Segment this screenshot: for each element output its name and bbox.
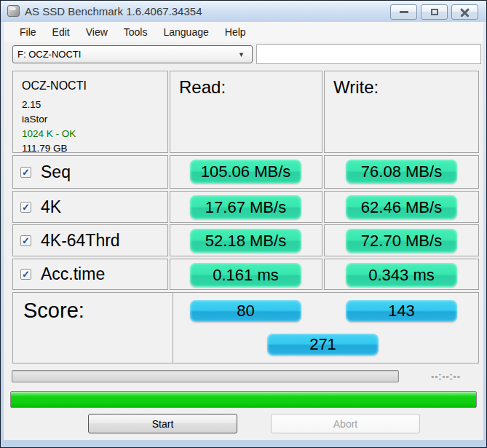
drive-selector-dropdown[interactable]: F: OCZ-NOCTI ▼ [12, 45, 253, 63]
abort-button[interactable]: Abort [271, 414, 420, 433]
4k-label: 4K [41, 197, 61, 217]
4k64-checkbox[interactable]: ✓ [20, 235, 31, 246]
title-bar[interactable]: AS SSD Benchmark 1.6.4067.34354 [1, 1, 486, 22]
menu-edit[interactable]: Edit [44, 23, 78, 42]
score-divider [173, 293, 173, 363]
comment-input[interactable] [256, 44, 481, 64]
maximize-button[interactable] [421, 4, 448, 20]
client-area: File Edit View Tools Language Help F: OC… [4, 22, 483, 440]
drive-model: OCZ-NOCTI [22, 79, 167, 93]
acctime-checkbox[interactable]: ✓ [20, 269, 31, 280]
test-row-4k64: ✓ 4K-64Thrd [12, 224, 168, 256]
close-icon [460, 7, 470, 17]
drive-capacity: 111.79 GB [22, 141, 167, 156]
score-read-value: 80 [190, 300, 301, 322]
drive-firmware: 2.15 [22, 98, 167, 112]
app-drive-icon [7, 5, 20, 17]
chevron-down-icon: ▼ [238, 51, 252, 58]
minimize-icon [400, 11, 408, 13]
drive-selector-value: F: OCZ-NOCTI [13, 49, 238, 60]
acctime-write-value: 0.343 ms [346, 263, 457, 287]
seq-read-value: 105.06 MB/s [190, 160, 301, 184]
start-button[interactable]: Start [88, 414, 237, 433]
close-button[interactable] [451, 4, 478, 20]
4k64-read-value: 52.18 MB/s [190, 229, 301, 253]
menu-bar: File Edit View Tools Language Help [4, 22, 483, 42]
maximize-icon [431, 9, 438, 15]
menu-language[interactable]: Language [155, 23, 216, 42]
read-header-cell: Read: [170, 71, 322, 153]
4k-write-value: 62.46 MB/s [346, 195, 457, 219]
seq-write-value: 76.08 MB/s [346, 160, 457, 184]
test-row-seq: ✓ Seq [12, 155, 168, 189]
drive-info-panel: OCZ-NOCTI 2.15 iaStor 1024 K - OK 111.79… [12, 71, 168, 153]
test-row-4k: ✓ 4K [12, 191, 168, 223]
read-header: Read: [170, 71, 322, 98]
score-write-value: 143 [346, 300, 457, 322]
4k-checkbox[interactable]: ✓ [20, 202, 31, 213]
seq-label: Seq [41, 162, 71, 182]
seq-checkbox[interactable]: ✓ [20, 167, 31, 178]
acctime-read-value: 0.161 ms [190, 263, 301, 287]
drive-alignment-status: 1024 K - OK [22, 127, 167, 141]
menu-view[interactable]: View [78, 23, 116, 42]
write-header: Write: [325, 71, 478, 98]
write-header-cell: Write: [324, 71, 479, 153]
menu-help[interactable]: Help [217, 23, 254, 42]
4k64-write-value: 72.70 MB/s [346, 229, 457, 253]
window-title: AS SSD Benchmark 1.6.4067.34354 [25, 5, 202, 17]
menu-tools[interactable]: Tools [116, 23, 156, 42]
acctime-label: Acc.time [41, 264, 105, 284]
score-total-value: 271 [267, 334, 379, 355]
4k64-label: 4K-64Thrd [41, 231, 120, 251]
test-row-acctime: ✓ Acc.time [12, 259, 168, 290]
minimize-button[interactable] [390, 4, 417, 20]
overall-progress-bar [10, 391, 477, 408]
menu-file[interactable]: File [12, 23, 44, 42]
drive-driver: iaStor [22, 112, 167, 127]
app-window: AS SSD Benchmark 1.6.4067.34354 File Edi… [0, 0, 487, 448]
4k-read-value: 17.67 MB/s [190, 195, 301, 219]
time-remaining-label: --:--:-- [408, 371, 484, 382]
task-progress-bar [12, 370, 399, 382]
